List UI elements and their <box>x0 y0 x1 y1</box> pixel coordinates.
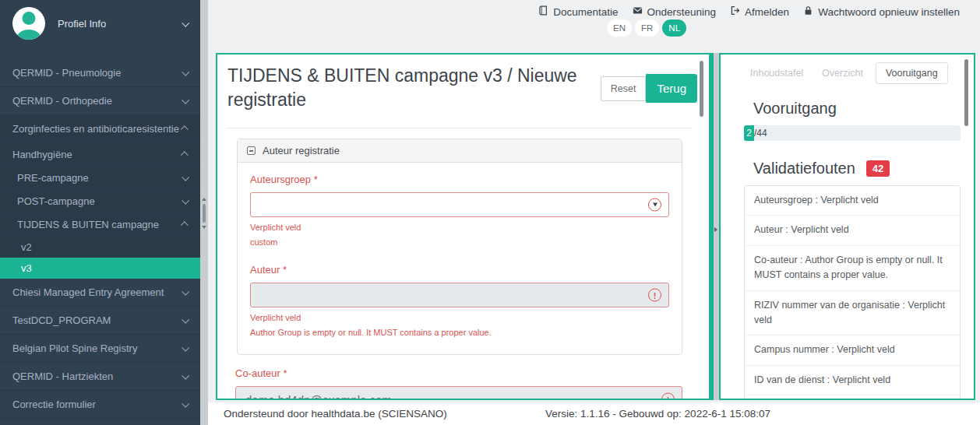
sidebar-item-label: Correctie formulier <box>12 399 96 410</box>
coauteur-input: demo.hd4dp@example.com ! <box>235 386 682 400</box>
progress-fill: 2 <box>744 125 754 141</box>
sidebar-item-label: Chiesi Managed Entry Agreement <box>12 286 164 298</box>
sidebar: Profiel Info QERMID - Pneumologie QERMID… <box>0 0 200 425</box>
scrollbar-thumb[interactable] <box>203 204 206 223</box>
chevron-icon <box>182 68 189 76</box>
sidebar-item-tijdens-buiten-campagne[interactable]: TIJDENS & BUITEN campagne <box>0 213 200 237</box>
sidebar-item-label: Zorginfecties en antibioticaresistentie <box>12 123 179 135</box>
avatar <box>12 7 45 40</box>
exclamation-icon: ! <box>648 289 661 302</box>
book-icon <box>538 5 548 18</box>
page-title: TIJDENS & BUITEN campagne v3 / Nieuwe re… <box>227 64 586 112</box>
chevron-icon <box>182 174 189 181</box>
chevron-icon <box>182 197 189 205</box>
sidebar-nav: QERMID - Pneumologie QERMID - Orthopedie… <box>0 59 200 419</box>
language-pill-fr[interactable]: FR <box>635 19 659 37</box>
progress-bar: 2 /44 <box>744 125 961 141</box>
error-message: custom <box>250 237 669 247</box>
scroll-down-arrow-icon[interactable] <box>202 226 206 229</box>
sidebar-item-label: v2 <box>21 241 32 253</box>
top-link-ondersteuning[interactable]: Ondersteuning <box>633 5 717 18</box>
sidebar-item-chiesi-managed-entry-agreement[interactable]: Chiesi Managed Entry Agreement <box>0 279 200 307</box>
chevron-down-icon <box>182 19 189 26</box>
top-link-documentatie[interactable]: Documentatie <box>538 5 618 18</box>
sidebar-item-label: QERMID - Orthopedie <box>12 95 112 107</box>
sidebar-item-belgian-pilot-spine-registry[interactable]: Belgian Pilot Spine Registry <box>0 335 200 363</box>
sign-out-icon <box>730 5 740 18</box>
panel-splitter[interactable] <box>714 53 719 400</box>
footer-version-text: Versie: 1.1.16 - Gebouwd op: 2022-6-1 15… <box>545 408 770 420</box>
sidebar-item-label: QERMID - Pneumologie <box>12 67 121 79</box>
error-message: Verplicht veld <box>250 223 669 232</box>
top-link-wachtwoord-opnieuw-instellen[interactable]: Wachtwoord opnieuw instellen <box>803 5 960 18</box>
panel-scrollbar-thumb[interactable] <box>964 59 968 126</box>
sidebar-scrollbar[interactable] <box>200 0 208 425</box>
collapse-icon[interactable] <box>247 146 256 155</box>
chevron-icon <box>182 372 189 380</box>
registration-form-panel: TIJDENS & BUITEN campagne v3 / Nieuwe re… <box>216 53 709 400</box>
scroll-up-arrow-icon[interactable] <box>202 198 206 201</box>
validation-error-item: Specialiteit van de dienst : Verplicht v… <box>745 395 960 400</box>
sidebar-item-label: Handhygiëne <box>12 149 72 160</box>
top-link-label: Ondersteuning <box>647 6 717 18</box>
sidebar-item-correctie-formulier[interactable]: Correctie formulier <box>0 391 200 419</box>
exclamation-icon: ! <box>661 393 675 401</box>
sidebar-item-qermid-pneumologie[interactable]: QERMID - Pneumologie <box>0 59 200 87</box>
sidebar-item-v2[interactable]: v2 <box>0 237 200 258</box>
top-link-label: Wachtwoord opnieuw instellen <box>818 6 960 18</box>
sidebar-item-label: POST-campagne <box>17 195 95 207</box>
right-panel-tabs: Inhoudstafel Overzicht Vooruitgang <box>721 54 974 89</box>
chevron-icon <box>182 97 189 104</box>
error-message: Verplicht veld <box>250 313 669 322</box>
language-pill-nl[interactable]: NL <box>662 19 686 37</box>
chevron-icon <box>182 288 189 296</box>
progress-total: /44 <box>754 125 767 141</box>
auteursgroep-select[interactable] <box>250 192 669 217</box>
reset-button[interactable]: Reset <box>601 76 647 101</box>
auteursgroep-label: Auteursgroep * <box>250 174 669 185</box>
chevron-icon <box>182 344 189 352</box>
footer-supported-text: Ondersteund door healthdata.be (SCIENSAN… <box>224 408 447 420</box>
validation-error-list: Auteursgroep : Verplicht veld Auteur : V… <box>744 185 961 400</box>
validation-error-item: Auteursgroep : Verplicht veld <box>745 186 960 216</box>
top-link-afmelden[interactable]: Afmelden <box>730 5 789 18</box>
profile-menu[interactable]: Profiel Info <box>0 0 200 47</box>
validation-error-item: ID van de dienst : Verplicht veld <box>745 366 960 395</box>
profile-label: Profiel Info <box>58 18 106 30</box>
card-title: Auteur registratie <box>263 145 340 156</box>
validation-error-item: Co-auteur : Author Group is empty or nul… <box>745 246 960 291</box>
sidebar-item-post-campagne[interactable]: POST-campagne <box>0 190 200 213</box>
tab-overzicht[interactable]: Overzicht <box>816 63 869 83</box>
validation-error-item: Campus nummer : Verplicht veld <box>745 335 960 365</box>
top-link-label: Documentatie <box>553 6 618 18</box>
sidebar-item-v3[interactable]: v3 <box>0 258 200 279</box>
tab-inhoudstafel[interactable]: Inhoudstafel <box>744 63 809 83</box>
sidebar-item-label: TestDCD_PROGRAM <box>12 314 111 326</box>
coauteur-label: Co-auteur * <box>235 367 682 379</box>
envelope-icon <box>633 5 643 18</box>
progress-heading: Vooruitgang <box>753 100 961 118</box>
sidebar-item-pre-campagne[interactable]: PRE-campagne <box>0 167 200 190</box>
chevron-icon <box>182 316 189 324</box>
sidebar-item-label: PRE-campagne <box>17 172 89 184</box>
validation-error-item: RIZIV nummer van de organisatie : Verpli… <box>745 291 960 336</box>
lock-icon <box>803 5 813 18</box>
sidebar-item-handhygi-ne[interactable]: Handhygiëne <box>0 143 200 167</box>
language-pill-en[interactable]: EN <box>607 19 632 37</box>
chevron-icon <box>181 221 189 229</box>
sidebar-item-qermid-orthopedie[interactable]: QERMID - Orthopedie <box>0 87 200 115</box>
sidebar-item-zorginfecties-en-antibioticaresistentie[interactable]: Zorginfecties en antibioticaresistentie <box>0 115 200 143</box>
auteur-input: ! <box>250 283 669 307</box>
validation-error-item: Auteur : Verplicht veld <box>745 216 960 245</box>
form-scrollbar-thumb[interactable] <box>700 61 703 117</box>
divider <box>227 128 692 128</box>
validation-heading: Validatiefouten 42 <box>753 160 961 177</box>
card-header[interactable]: Auteur registratie <box>238 139 682 163</box>
coauteur-value: demo.hd4dp@example.com <box>245 393 392 401</box>
sidebar-item-label: v3 <box>21 262 32 274</box>
sidebar-item-qermid-hartziekten[interactable]: QERMID - Hartziekten <box>0 363 200 391</box>
expand-arrow-icon[interactable] <box>714 227 717 232</box>
back-button[interactable]: Terug <box>646 74 697 103</box>
sidebar-item-testdcd-program[interactable]: TestDCD_PROGRAM <box>0 307 200 335</box>
tab-vooruitgang[interactable]: Vooruitgang <box>876 62 948 84</box>
